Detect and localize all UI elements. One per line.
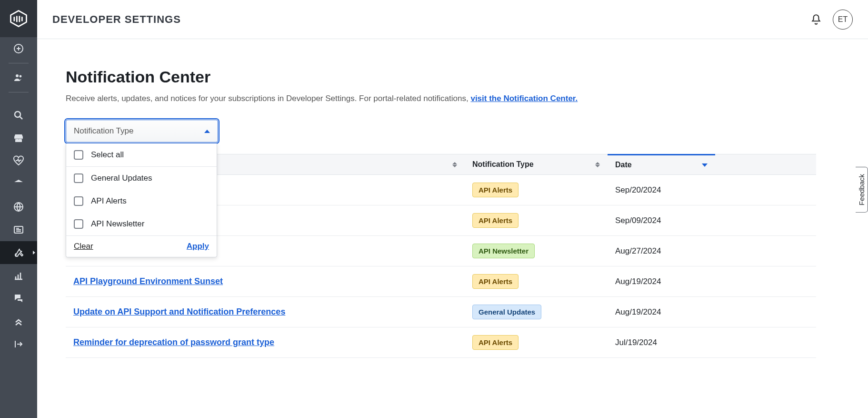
dropdown-apply-link[interactable]: Apply xyxy=(187,242,209,251)
upload-circle-icon xyxy=(13,43,24,54)
checkbox-icon xyxy=(74,173,83,183)
table-row: API Playground Environment SunsetAPI Ale… xyxy=(66,266,816,297)
sidebar-item-store[interactable] xyxy=(0,127,37,150)
sidebar-item-reports[interactable] xyxy=(0,264,37,287)
svg-point-2 xyxy=(20,75,22,78)
type-badge: General Updates xyxy=(472,305,541,319)
chat-icon xyxy=(13,293,24,304)
feedback-tab[interactable]: Feedback xyxy=(856,167,868,213)
table-row: Update on API Support and Notification P… xyxy=(66,297,816,327)
sidebar-item-globe[interactable] xyxy=(0,195,37,218)
filter-label: Notification Type xyxy=(74,126,133,136)
dropdown-option-api-newsletter[interactable]: API Newsletter xyxy=(66,213,217,235)
bell-icon xyxy=(810,13,822,26)
cell-date: Aug/19/2024 xyxy=(608,307,715,317)
logo[interactable] xyxy=(0,0,37,37)
cell-date: Jul/19/2024 xyxy=(608,338,715,347)
bar-chart-icon xyxy=(13,270,24,281)
checkbox-icon xyxy=(74,219,83,229)
notifications-button[interactable] xyxy=(810,13,822,26)
avatar[interactable]: ET xyxy=(833,10,853,30)
tools-icon xyxy=(13,247,24,258)
notification-link[interactable]: Reminder for deprecation of password gra… xyxy=(73,337,274,347)
col-header-type[interactable]: Notification Type xyxy=(465,160,608,169)
sidebar-item-health[interactable] xyxy=(0,150,37,173)
notification-link[interactable]: Update on API Support and Notification P… xyxy=(73,307,285,316)
sort-desc-icon xyxy=(702,163,708,167)
sidebar-item-chat[interactable] xyxy=(0,287,37,310)
building-logo-icon xyxy=(8,8,29,29)
cell-type: API Alerts xyxy=(465,213,608,228)
cell-type: API Newsletter xyxy=(465,244,608,258)
cell-date: Sep/09/2024 xyxy=(608,216,715,225)
notification-link[interactable]: API Playground Environment Sunset xyxy=(73,276,223,286)
chevrons-up-icon xyxy=(13,316,24,327)
dropdown-option-api-alerts[interactable]: API Alerts xyxy=(66,190,217,213)
notification-type-dropdown: Select all General Updates API Alerts AP… xyxy=(66,143,217,257)
sidebar-item-news[interactable] xyxy=(0,218,37,241)
sidebar-item-institution[interactable] xyxy=(0,173,37,195)
cell-date: Sep/20/2024 xyxy=(608,185,715,195)
app-title: DEVELOPER SETTINGS xyxy=(52,13,181,26)
globe-icon xyxy=(13,201,24,213)
sidebar-item-search[interactable] xyxy=(0,104,37,127)
cell-notification: API Playground Environment Sunset xyxy=(66,276,465,286)
dropdown-clear-link[interactable]: Clear xyxy=(74,242,93,251)
main-content: Notification Center Receive alerts, upda… xyxy=(37,39,868,418)
page-subtitle: Receive alerts, updates, and notices for… xyxy=(66,94,839,103)
sort-icon xyxy=(595,162,600,167)
cell-type: API Alerts xyxy=(465,274,608,289)
type-badge: API Alerts xyxy=(472,274,519,289)
heartbeat-icon xyxy=(13,155,24,167)
checkbox-icon xyxy=(74,196,83,206)
news-icon xyxy=(13,224,24,235)
dropdown-option-select-all[interactable]: Select all xyxy=(66,143,217,166)
sidebar-item-users[interactable] xyxy=(0,66,37,89)
sidebar-item-expand[interactable] xyxy=(0,333,37,356)
cell-notification: Reminder for deprecation of password gra… xyxy=(66,337,465,347)
type-badge: API Newsletter xyxy=(472,244,535,258)
notification-center-link[interactable]: visit the Notification Center. xyxy=(470,94,578,103)
store-icon xyxy=(13,133,24,144)
top-header: DEVELOPER SETTINGS ET xyxy=(37,0,868,39)
institution-icon xyxy=(13,178,24,190)
checkbox-icon xyxy=(74,150,83,160)
table-row: Reminder for deprecation of password gra… xyxy=(66,327,816,358)
sort-icon xyxy=(452,162,457,167)
cell-date: Aug/19/2024 xyxy=(608,277,715,286)
svg-point-3 xyxy=(15,112,20,117)
cell-type: API Alerts xyxy=(465,335,608,350)
notification-type-filter[interactable]: Notification Type xyxy=(66,120,218,143)
cell-type: API Alerts xyxy=(465,183,608,197)
avatar-initials: ET xyxy=(838,15,848,24)
type-badge: API Alerts xyxy=(472,183,519,197)
col-header-date[interactable]: Date xyxy=(608,154,715,175)
sidebar-item-layers[interactable] xyxy=(0,310,37,333)
users-icon xyxy=(13,72,24,83)
cell-notification: Update on API Support and Notification P… xyxy=(66,307,465,317)
search-icon xyxy=(13,110,24,121)
type-badge: API Alerts xyxy=(472,335,519,350)
cell-date: Aug/27/2024 xyxy=(608,246,715,256)
expand-right-icon xyxy=(13,338,24,350)
page-title: Notification Center xyxy=(66,68,839,86)
sidebar-item-upload[interactable] xyxy=(0,37,37,60)
caret-up-icon xyxy=(204,130,210,133)
type-badge: API Alerts xyxy=(472,213,519,228)
sidebar-item-tools[interactable] xyxy=(0,241,37,264)
cell-type: General Updates xyxy=(465,305,608,319)
sidebar xyxy=(0,0,37,418)
svg-point-1 xyxy=(16,74,19,77)
dropdown-option-general-updates[interactable]: General Updates xyxy=(66,167,217,190)
